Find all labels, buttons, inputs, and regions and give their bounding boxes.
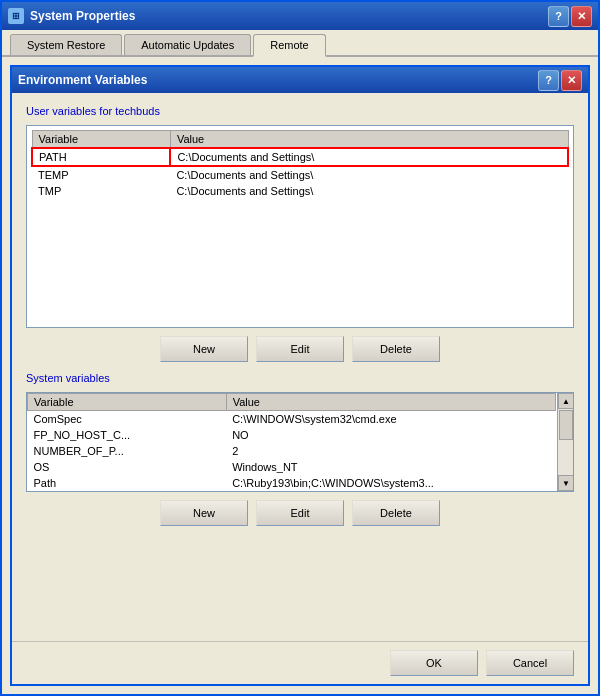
scroll-down-arrow[interactable]: ▼	[558, 475, 573, 491]
sys-row-4-val: C:\Ruby193\bin;C:\WINDOWS\system3...	[226, 475, 555, 491]
help-button[interactable]: ?	[548, 6, 569, 27]
table-row[interactable]: TEMP C:\Documents and Settings\	[32, 166, 568, 183]
user-variables-table: Variable Value PATH C:\Documents and Set…	[31, 130, 569, 199]
table-row[interactable]: ComSpec C:\WINDOWS\system32\cmd.exe	[28, 411, 556, 428]
user-row-0-var: PATH	[32, 148, 170, 166]
system-variables-section: System variables Variable Value	[26, 372, 574, 629]
system-edit-button[interactable]: Edit	[256, 500, 344, 526]
system-variables-table: Variable Value ComSpec C:\WINDOWS\system…	[27, 393, 556, 491]
outer-titlebar-controls: ? ✕	[548, 6, 592, 27]
user-table-header: Variable Value	[32, 131, 568, 149]
sys-row-0-var: ComSpec	[28, 411, 227, 428]
sys-col-value: Value	[226, 394, 555, 411]
sys-col-variable: Variable	[28, 394, 227, 411]
user-col-value: Value	[170, 131, 568, 149]
sys-row-0-val: C:\WINDOWS\system32\cmd.exe	[226, 411, 555, 428]
tab-remote[interactable]: Remote	[253, 34, 326, 57]
system-scrollbar[interactable]: ▲ ▼	[557, 393, 573, 491]
sys-row-2-val: 2	[226, 443, 555, 459]
user-delete-button[interactable]: Delete	[352, 336, 440, 362]
user-row-2-var: TMP	[32, 183, 170, 199]
inner-titlebar: Environment Variables ? ✕	[12, 67, 588, 93]
scroll-track	[558, 409, 573, 475]
inner-titlebar-controls: ? ✕	[538, 70, 582, 91]
table-row[interactable]: NUMBER_OF_P... 2	[28, 443, 556, 459]
tab-system-restore[interactable]: System Restore	[10, 34, 122, 55]
outer-titlebar: ⊞ System Properties ? ✕	[2, 2, 598, 30]
sys-row-3-val: Windows_NT	[226, 459, 555, 475]
outer-title-text: System Properties	[30, 9, 135, 23]
table-row[interactable]: OS Windows_NT	[28, 459, 556, 475]
system-new-button[interactable]: New	[160, 500, 248, 526]
system-variables-box: Variable Value ComSpec C:\WINDOWS\system…	[26, 392, 574, 492]
user-row-1-var: TEMP	[32, 166, 170, 183]
table-row[interactable]: FP_NO_HOST_C... NO	[28, 427, 556, 443]
system-properties-window: ⊞ System Properties ? ✕ System Restore A…	[0, 0, 600, 696]
scroll-thumb[interactable]	[559, 410, 573, 440]
table-row[interactable]: PATH C:\Documents and Settings\	[32, 148, 568, 166]
inner-help-button[interactable]: ?	[538, 70, 559, 91]
user-row-2-val: C:\Documents and Settings\	[170, 183, 568, 199]
user-section-label: User variables for techbuds	[26, 105, 574, 117]
user-new-button[interactable]: New	[160, 336, 248, 362]
tab-automatic-updates[interactable]: Automatic Updates	[124, 34, 251, 55]
sys-row-4-var: Path	[28, 475, 227, 491]
outer-tabs: System Restore Automatic Updates Remote	[2, 30, 598, 57]
close-button[interactable]: ✕	[571, 6, 592, 27]
table-row[interactable]: Path C:\Ruby193\bin;C:\WINDOWS\system3..…	[28, 475, 556, 491]
system-buttons-row: New Edit Delete	[26, 500, 574, 526]
bottom-row: OK Cancel	[12, 641, 588, 684]
outer-title: ⊞ System Properties	[8, 8, 135, 24]
outer-content: Environment Variables ? ✕ User variables…	[2, 57, 598, 694]
user-row-0-val: C:\Documents and Settings\	[170, 148, 568, 166]
table-row[interactable]: TMP C:\Documents and Settings\	[32, 183, 568, 199]
scroll-up-arrow[interactable]: ▲	[558, 393, 573, 409]
system-delete-button[interactable]: Delete	[352, 500, 440, 526]
system-table-scroll: Variable Value ComSpec C:\WINDOWS\system…	[27, 393, 573, 491]
sys-row-1-val: NO	[226, 427, 555, 443]
inner-close-button[interactable]: ✕	[561, 70, 582, 91]
cancel-button[interactable]: Cancel	[486, 650, 574, 676]
user-variables-box: Variable Value PATH C:\Documents and Set…	[26, 125, 574, 328]
inner-content: User variables for techbuds Variable Val…	[12, 93, 588, 641]
sys-row-1-var: FP_NO_HOST_C...	[28, 427, 227, 443]
user-row-1-val: C:\Documents and Settings\	[170, 166, 568, 183]
inner-title-text: Environment Variables	[18, 73, 147, 87]
user-buttons-row: New Edit Delete	[26, 336, 574, 362]
user-edit-button[interactable]: Edit	[256, 336, 344, 362]
ok-button[interactable]: OK	[390, 650, 478, 676]
window-icon: ⊞	[8, 8, 24, 24]
user-col-variable: Variable	[32, 131, 170, 149]
environment-variables-window: Environment Variables ? ✕ User variables…	[10, 65, 590, 686]
system-table-header: Variable Value	[28, 394, 556, 411]
user-variables-section: User variables for techbuds Variable Val…	[26, 105, 574, 362]
system-section-label: System variables	[26, 372, 574, 384]
sys-row-3-var: OS	[28, 459, 227, 475]
sys-row-2-var: NUMBER_OF_P...	[28, 443, 227, 459]
